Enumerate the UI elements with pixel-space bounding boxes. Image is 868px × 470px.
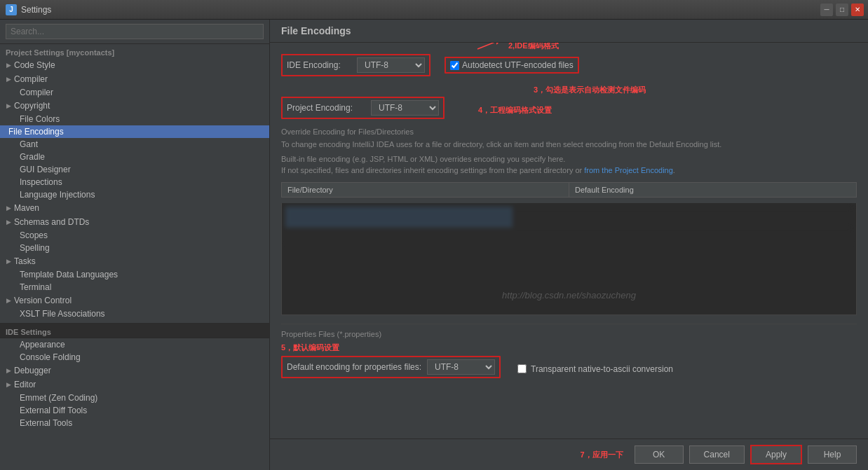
default-encoding-label: Default encoding for properties files: <box>287 362 427 372</box>
sidebar-item-maven[interactable]: ▶ Maven <box>0 201 269 215</box>
sidebar-item-gui-designer[interactable]: GUI Designer <box>0 163 269 176</box>
sidebar-item-label: Gradle <box>20 152 264 162</box>
maximize-button[interactable]: □ <box>836 4 848 16</box>
sidebar-item-label: Template Data Languages <box>20 270 264 279</box>
sidebar-item-language-injections[interactable]: Language Injections <box>0 188 269 201</box>
col-default-encoding: Default Encoding <box>569 182 857 197</box>
expand-arrow: ▶ <box>3 379 14 390</box>
sidebar-item-label: Language Injections <box>20 190 264 200</box>
sidebar-item-code-style[interactable]: ▶ Code Style <box>0 58 269 72</box>
sidebar-item-label: Schemas and DTDs <box>14 217 264 227</box>
sidebar-item-label: Version Control <box>14 296 264 305</box>
sidebar-item-label: Compiler <box>20 88 264 97</box>
sidebar-item-label: Maven <box>14 203 264 213</box>
sidebar-item-label: Terminal <box>20 282 264 292</box>
autodetect-checkbox[interactable] <box>450 61 459 70</box>
content-header: File Encodings <box>270 20 868 43</box>
ide-encoding-select[interactable]: UTF-8 UTF-16 ISO-8859-1 <box>357 57 425 73</box>
ide-encoding-label: IDE Encoding: <box>287 60 357 70</box>
bottom-bar: 7，应用一下 OK Cancel Apply Help <box>270 438 868 470</box>
sidebar-item-compiler-sub[interactable]: Compiler <box>0 86 269 99</box>
project-encoding-label: Project Encoding: <box>287 103 371 113</box>
properties-section: Properties Files (*.properties) 5，默认编码设置… <box>281 324 857 382</box>
sidebar-item-schemas[interactable]: ▶ Schemas and DTDs <box>0 215 269 229</box>
sidebar-item-console-folding[interactable]: Console Folding <box>0 351 269 364</box>
window-controls: ─ □ ✕ <box>820 4 864 16</box>
annotation-apply: 7，应用一下 <box>580 450 623 460</box>
sidebar-item-label: File Encodings <box>8 127 264 137</box>
sidebar-item-inspections[interactable]: Inspections <box>0 176 269 188</box>
sidebar-item-label: External Tools <box>20 418 264 428</box>
sidebar-item-external-diff[interactable]: External Diff Tools <box>0 404 269 417</box>
description-1: To change encoding IntelliJ IDEA uses fo… <box>281 139 857 151</box>
sidebar-item-gant[interactable]: Gant <box>0 138 269 151</box>
sidebar-item-external-tools[interactable]: External Tools <box>0 417 269 429</box>
autodetect-box: Autodetect UTF-encoded files <box>445 57 579 74</box>
sidebar-item-compiler[interactable]: ▶ Compiler <box>0 72 269 86</box>
sidebar-item-scopes[interactable]: Scopes <box>0 229 269 242</box>
file-table-body[interactable]: http://blog.csdn.net/shaozucheng <box>281 203 857 315</box>
description-2: Built-in file encoding (e.g. JSP, HTML o… <box>281 153 857 177</box>
sidebar-item-label: File Colors <box>20 114 264 124</box>
expand-arrow: ▶ <box>3 216 14 228</box>
expand-arrow: ▶ <box>3 365 14 376</box>
sidebar-item-label: Emmet (Zen Coding) <box>20 393 264 403</box>
sidebar-item-file-colors[interactable]: File Colors <box>0 113 269 125</box>
sidebar-item-appearance[interactable]: Appearance <box>0 338 269 351</box>
content-body: 2,IDE编码格式 IDE Encoding: UTF-8 UTF-16 ISO… <box>270 43 868 438</box>
col-file-directory: File/Directory <box>282 182 569 197</box>
apply-button[interactable]: Apply <box>750 445 802 464</box>
file-directory-table: File/Directory Default Encoding <box>281 182 857 198</box>
ok-button[interactable]: OK <box>635 445 684 464</box>
search-box <box>0 20 269 44</box>
expand-arrow: ▶ <box>3 256 14 267</box>
search-input[interactable] <box>6 24 264 39</box>
sidebar-item-label: External Diff Tools <box>20 406 264 415</box>
page-title: File Encodings <box>281 25 351 36</box>
override-label: Override Encoding for Files/Directories <box>281 127 857 136</box>
sidebar-item-copyright[interactable]: ▶ Copyright <box>0 99 269 113</box>
sidebar-item-label: Tasks <box>14 256 264 266</box>
sidebar-item-editor[interactable]: ▶ Editor <box>0 378 269 392</box>
cancel-button[interactable]: Cancel <box>689 445 745 464</box>
annotation-ide-encoding: 2,IDE编码格式 <box>477 43 559 53</box>
sidebar-item-emmet[interactable]: Emmet (Zen Coding) <box>0 392 269 404</box>
project-settings-header: Project Settings [mycontacts] <box>0 44 269 58</box>
sidebar-item-label: Copyright <box>14 101 264 111</box>
minimize-button[interactable]: ─ <box>820 4 833 16</box>
window-title: Settings <box>21 5 51 15</box>
sidebar-content: Project Settings [mycontacts] ▶ Code Sty… <box>0 44 269 470</box>
help-button[interactable]: Help <box>808 445 857 464</box>
sidebar-item-label: Gant <box>20 139 264 149</box>
sidebar-item-label: Editor <box>14 380 264 389</box>
project-encoding-link[interactable]: from the Project Encoding <box>584 166 673 174</box>
content-area: File Encodings 2,IDE编码格式 <box>270 20 868 470</box>
close-button[interactable]: ✕ <box>851 4 864 16</box>
sidebar-item-file-encodings[interactable]: File Encodings <box>0 125 269 138</box>
project-encoding-select[interactable]: UTF-8 UTF-16 ISO-8859-1 <box>371 100 439 116</box>
annotation-project-encoding: 4，工程编码格式设置 <box>478 105 552 116</box>
properties-row: Default encoding for properties files: U… <box>281 356 857 382</box>
project-encoding-box: Project Encoding: UTF-8 UTF-16 ISO-8859-… <box>281 97 445 119</box>
sidebar-item-spelling[interactable]: Spelling <box>0 242 269 254</box>
autodetect-label: Autodetect UTF-encoded files <box>462 60 574 70</box>
title-bar: J Settings ─ □ ✕ <box>0 0 868 20</box>
sidebar-item-template-data[interactable]: Template Data Languages <box>0 268 269 281</box>
sidebar-item-xslt[interactable]: XSLT File Associations <box>0 307 269 320</box>
default-encoding-select[interactable]: UTF-8 UTF-16 ISO-8859-1 <box>427 359 495 375</box>
sidebar-item-label: Code Style <box>14 60 264 70</box>
transparent-checkbox-row: Transparent native-to-ascii conversion <box>517 364 673 374</box>
sidebar-item-version-control[interactable]: ▶ Version Control <box>0 293 269 307</box>
expand-arrow: ▶ <box>3 295 14 306</box>
expand-arrow: ▶ <box>3 60 14 71</box>
sidebar-item-label: Scopes <box>20 230 264 240</box>
sidebar-item-label: Appearance <box>20 340 264 350</box>
annotation-autodetect: 3，勾选是表示自动检测文件编码 <box>534 85 646 95</box>
sidebar-item-gradle[interactable]: Gradle <box>0 151 269 163</box>
sidebar-item-terminal[interactable]: Terminal <box>0 281 269 293</box>
ide-encoding-box: IDE Encoding: UTF-8 UTF-16 ISO-8859-1 <box>281 54 430 76</box>
sidebar-item-tasks[interactable]: ▶ Tasks <box>0 254 269 268</box>
transparent-checkbox[interactable] <box>517 364 527 373</box>
sidebar-item-debugger[interactable]: ▶ Debugger <box>0 364 269 378</box>
annotation-default-encoding: 5，默认编码设置 <box>281 343 857 353</box>
